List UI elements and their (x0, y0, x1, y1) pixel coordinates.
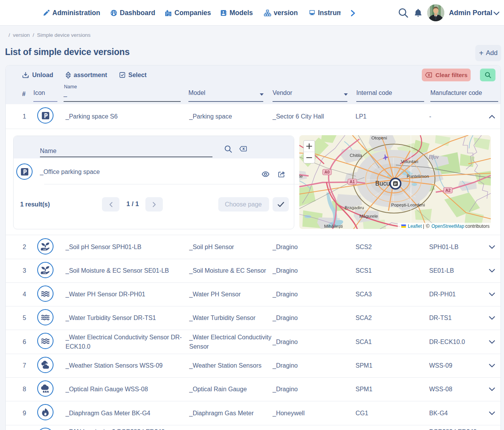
svg-text:A2: A2 (445, 188, 451, 193)
svg-text:Voluntari: Voluntari (401, 159, 418, 164)
svg-text:Leaflet: Leaflet (408, 224, 422, 229)
svg-text:Bucu: Bucu (375, 180, 390, 187)
svg-text:A1: A1 (350, 179, 355, 184)
svg-text:Otopeni: Otopeni (371, 136, 387, 140)
svg-text:Chitila: Chitila (350, 153, 362, 158)
svg-text:contributors: contributors (465, 224, 490, 229)
svg-text:Mihăilești: Mihăilești (324, 224, 343, 229)
svg-text:P: P (394, 182, 397, 186)
svg-text:Măgurele: Măgurele (359, 214, 378, 218)
svg-text:le: le (299, 174, 303, 179)
svg-text:OpenStreetMap: OpenStreetMap (432, 224, 464, 229)
svg-text:Bragadiru: Bragadiru (345, 205, 364, 210)
svg-text:Popești-Leordeni: Popești-Leordeni (391, 203, 425, 207)
svg-text:Ilfov: Ilfov (428, 154, 439, 160)
svg-text:|: | (423, 224, 424, 229)
svg-text:Pantelimon: Pantelimon (407, 174, 429, 179)
svg-text:A0: A0 (324, 170, 330, 174)
svg-text:©: © (426, 224, 430, 229)
